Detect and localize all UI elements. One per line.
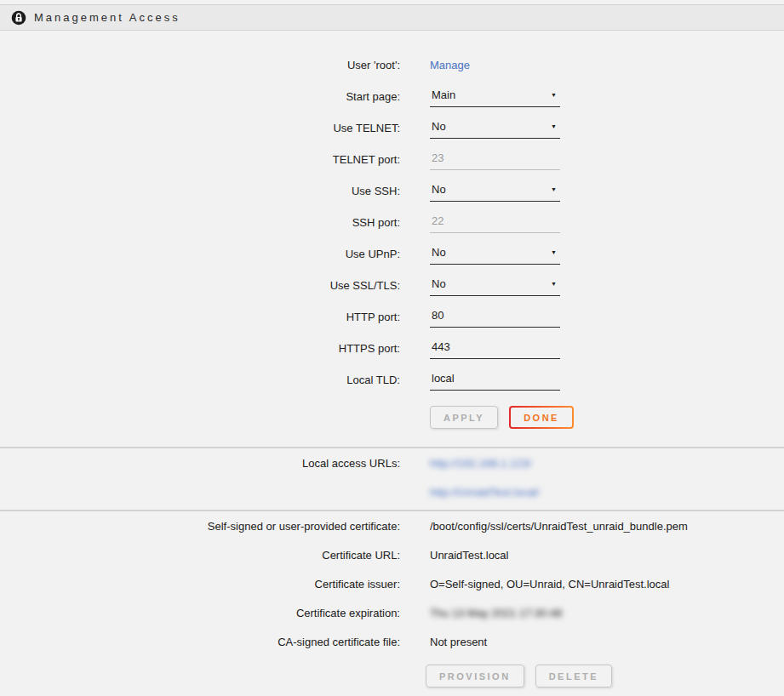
certificate-buttons: PROVISION DELETE xyxy=(426,665,784,687)
ca-signed-cert-value: Not present xyxy=(430,636,487,648)
select-value: Main xyxy=(432,88,455,101)
chevron-down-icon: ▼ xyxy=(551,186,558,192)
user-root-label: User 'root': xyxy=(0,59,400,71)
management-settings-form: User 'root': Manage Start page: Main ▼ U… xyxy=(0,31,784,447)
provision-button[interactable]: PROVISION xyxy=(426,665,524,687)
chevron-down-icon: ▼ xyxy=(551,249,558,255)
cert-row-ca-file: CA-signed certificate file: Not present xyxy=(0,627,784,656)
certificate-issuer-value: O=Self-signed, OU=Unraid, CN=UnraidTest.… xyxy=(430,578,669,590)
cert-row-expiration: Certificate expiration: Thu 13 May 2021 … xyxy=(0,598,784,627)
form-row-start-page: Start page: Main ▼ xyxy=(0,81,784,112)
local-access-section: Local access URLs: http://192.168.1.123/… xyxy=(0,448,784,510)
certificate-issuer-label: Certificate issuer: xyxy=(0,578,400,590)
form-row-telnet-port: TELNET port: xyxy=(0,144,784,175)
start-page-label: Start page: xyxy=(0,90,400,103)
cert-bundle-path: /boot/config/ssl/certs/UnraidTest_unraid… xyxy=(430,520,688,533)
select-value: No xyxy=(432,277,446,290)
form-row-use-upnp: Use UPnP: No ▼ xyxy=(0,238,784,270)
manage-root-link[interactable]: Manage xyxy=(430,59,470,71)
use-telnet-select[interactable]: No ▼ xyxy=(430,117,560,139)
delete-button[interactable]: DELETE xyxy=(535,665,612,687)
ca-signed-cert-label: CA-signed certificate file: xyxy=(0,636,400,648)
http-port-input[interactable] xyxy=(430,306,560,328)
use-ssl-label: Use SSL/TLS: xyxy=(0,279,400,292)
page-title: Management Access xyxy=(34,11,180,24)
certificate-section: Self-signed or user-provided certificate… xyxy=(0,511,784,687)
certificate-url-label: Certificate URL: xyxy=(0,549,400,562)
form-row-http-port: HTTP port: xyxy=(0,301,784,333)
local-access-url-link[interactable]: http://UnraidTest.local/ xyxy=(430,486,540,499)
apply-button[interactable]: APPLY xyxy=(430,406,498,429)
use-ssh-select[interactable]: No ▼ xyxy=(430,180,560,202)
select-value: No xyxy=(432,246,446,259)
local-access-url-link[interactable]: http://192.168.1.123/ xyxy=(430,457,531,470)
form-row-user-root: User 'root': Manage xyxy=(0,48,784,81)
local-tld-label: Local TLD: xyxy=(0,374,400,386)
start-page-select[interactable]: Main ▼ xyxy=(430,86,560,107)
chevron-down-icon: ▼ xyxy=(551,281,558,287)
cert-row-bundle: Self-signed or user-provided certificate… xyxy=(0,511,784,540)
done-button[interactable]: DONE xyxy=(509,406,574,429)
form-row-use-ssh: Use SSH: No ▼ xyxy=(0,175,784,207)
http-port-label: HTTP port: xyxy=(0,311,400,323)
cert-row-url: Certificate URL: UnraidTest.local xyxy=(0,540,784,569)
local-access-urls-label: Local access URLs: xyxy=(0,455,400,472)
https-port-label: HTTPS port: xyxy=(0,342,400,355)
form-row-ssh-port: SSH port: xyxy=(0,207,784,238)
form-row-use-telnet: Use TELNET: No ▼ xyxy=(0,112,784,144)
local-tld-input[interactable] xyxy=(430,369,560,391)
certificate-expiration-value: Thu 13 May 2021 17:30:48 xyxy=(430,607,562,619)
use-ssl-select[interactable]: No ▼ xyxy=(430,275,560,296)
select-value: No xyxy=(432,183,446,196)
section-header: Management Access xyxy=(0,4,784,31)
chevron-down-icon: ▼ xyxy=(551,123,558,129)
form-row-local-tld: Local TLD: xyxy=(0,364,784,396)
certificate-expiration-label: Certificate expiration: xyxy=(0,607,400,619)
https-port-input[interactable] xyxy=(430,338,560,359)
use-ssh-label: Use SSH: xyxy=(0,185,400,197)
telnet-port-label: TELNET port: xyxy=(0,153,400,166)
use-upnp-label: Use UPnP: xyxy=(0,248,400,260)
cert-row-issuer: Certificate issuer: O=Self-signed, OU=Un… xyxy=(0,569,784,598)
form-row-https-port: HTTPS port: xyxy=(0,333,784,364)
form-buttons: APPLY DONE xyxy=(430,406,784,429)
ssh-port-input xyxy=(430,212,560,233)
form-row-use-ssl: Use SSL/TLS: No ▼ xyxy=(0,270,784,301)
certificate-url-value: UnraidTest.local xyxy=(430,549,509,562)
self-signed-cert-label: Self-signed or user-provided certificate… xyxy=(0,520,400,533)
lock-circle-icon xyxy=(11,10,26,26)
ssh-port-label: SSH port: xyxy=(0,216,400,229)
use-upnp-select[interactable]: No ▼ xyxy=(430,243,560,265)
telnet-port-input xyxy=(430,149,560,170)
select-value: No xyxy=(432,120,446,133)
chevron-down-icon: ▼ xyxy=(551,92,558,98)
use-telnet-label: Use TELNET: xyxy=(0,122,400,134)
